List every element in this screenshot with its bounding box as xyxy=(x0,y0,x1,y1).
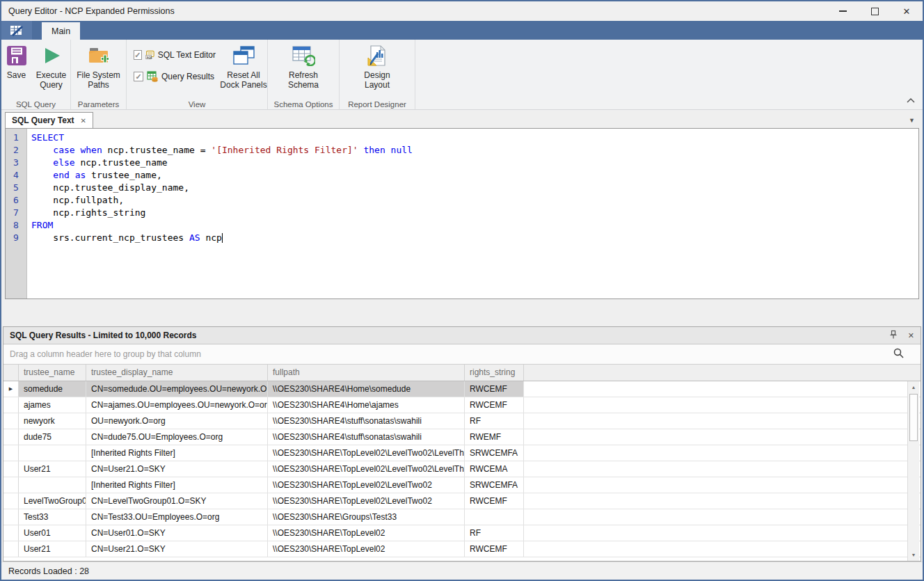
table-cell[interactable]: \\OES230\SHARE\TopLevel02\LevelTwo02\Lev… xyxy=(268,461,465,477)
table-cell[interactable]: [Inherited Rights Filter] xyxy=(86,445,268,461)
table-row[interactable]: ajamesCN=ajames.OU=employees.OU=newyork.… xyxy=(3,397,921,413)
table-cell[interactable]: RF xyxy=(465,525,524,541)
row-selector-cell[interactable] xyxy=(3,477,19,493)
table-row[interactable]: [Inherited Rights Filter]\\OES230\SHARE\… xyxy=(3,445,921,461)
table-row[interactable]: dude75CN=dude75.OU=Employees.O=org\\OES2… xyxy=(3,429,921,445)
row-selector-cell[interactable] xyxy=(3,413,19,429)
save-button[interactable]: Save xyxy=(2,43,31,97)
tab-main[interactable]: Main xyxy=(42,22,80,40)
execute-query-button[interactable]: Execute Query xyxy=(33,43,70,97)
table-cell[interactable]: \\OES230\SHARE\TopLevel02\LevelTwo02 xyxy=(268,477,465,493)
collapse-ribbon-button[interactable] xyxy=(906,96,916,106)
table-cell[interactable]: CN=User21.O=SKY xyxy=(86,541,268,557)
application-menu-button[interactable] xyxy=(1,21,32,40)
table-row[interactable]: newyorkOU=newyork.O=org\\OES230\SHARE4\s… xyxy=(3,413,921,429)
column-header-rights_string[interactable]: rights_string xyxy=(465,365,524,381)
table-cell[interactable]: newyork xyxy=(19,413,86,429)
table-cell[interactable] xyxy=(19,477,86,493)
auto-hide-pin-button[interactable] xyxy=(889,330,898,342)
table-cell[interactable]: LevelTwoGroup01 xyxy=(19,493,86,509)
vertical-scrollbar[interactable]: ▲ ▼ xyxy=(907,381,919,561)
table-row[interactable]: Test33CN=Test33.OU=Employees.O=org\\OES2… xyxy=(3,509,921,525)
refresh-schema-button[interactable]: Refresh Schema xyxy=(276,43,331,97)
table-cell[interactable]: RF xyxy=(465,413,524,429)
table-cell[interactable]: CN=LevelTwoGroup01.O=SKY xyxy=(86,493,268,509)
scrollbar-thumb[interactable] xyxy=(909,394,918,441)
table-cell[interactable]: CN=Test33.OU=Employees.O=org xyxy=(86,509,268,525)
scroll-down-icon[interactable]: ▼ xyxy=(908,549,919,561)
query-results-icon xyxy=(147,71,158,82)
table-cell[interactable]: dude75 xyxy=(19,429,86,445)
table-cell[interactable]: \\OES230\SHARE4\Home\ajames xyxy=(268,397,465,413)
table-cell[interactable]: CN=dude75.OU=Employees.O=org xyxy=(86,429,268,445)
table-cell[interactable]: \\OES230\SHARE\TopLevel02\LevelTwo02\Lev… xyxy=(268,445,465,461)
sql-text-editor-toggle[interactable]: ✓ SQL SQL Text Editor xyxy=(134,49,216,61)
table-cell[interactable]: [Inherited Rights Filter] xyxy=(86,477,268,493)
table-row[interactable]: User21CN=User21.O=SKY\\OES230\SHARE\TopL… xyxy=(3,541,921,557)
table-cell[interactable]: OU=newyork.O=org xyxy=(86,413,268,429)
panel-close-button[interactable]: ✕ xyxy=(908,331,914,340)
table-cell[interactable]: \\OES230\SHARE\TopLevel02\LevelTwo02 xyxy=(268,493,465,509)
row-selector-cell[interactable] xyxy=(3,541,19,557)
table-row[interactable]: LevelTwoGroup01CN=LevelTwoGroup01.O=SKY\… xyxy=(3,493,921,509)
table-cell[interactable]: \\OES230\SHARE\TopLevel02 xyxy=(268,541,465,557)
group-label-sql-query: SQL Query xyxy=(1,100,70,109)
scroll-up-icon[interactable]: ▲ xyxy=(908,381,919,393)
line-number: 4 xyxy=(6,169,26,182)
tab-list-dropdown-icon[interactable]: ▼ xyxy=(909,117,919,124)
grid-search-button[interactable] xyxy=(893,347,914,361)
table-cell[interactable]: SRWCEMFA xyxy=(465,477,524,493)
table-cell[interactable]: SRWCEMFA xyxy=(465,445,524,461)
reset-dock-panels-button[interactable]: Reset All Dock Panels xyxy=(220,43,267,97)
minimize-button[interactable] xyxy=(827,1,859,21)
table-row[interactable]: User21CN=User21.O=SKY\\OES230\SHARE\TopL… xyxy=(3,461,921,477)
row-selector-cell[interactable] xyxy=(3,429,19,445)
row-selector-cell[interactable] xyxy=(3,461,19,477)
table-cell[interactable]: Test33 xyxy=(19,509,86,525)
tab-sql-query-text[interactable]: SQL Query Text ✕ xyxy=(5,112,93,128)
table-cell[interactable]: RWCEMF xyxy=(465,397,524,413)
group-by-bar[interactable]: Drag a column header here to group by th… xyxy=(3,344,921,365)
table-cell[interactable]: CN=User21.O=SKY xyxy=(86,461,268,477)
table-cell[interactable]: RWCEMF xyxy=(465,541,524,557)
row-selector-cell[interactable] xyxy=(3,445,19,461)
table-row[interactable]: User01CN=User01.O=SKY\\OES230\SHARE\TopL… xyxy=(3,525,921,541)
table-cell[interactable]: User01 xyxy=(19,525,86,541)
tab-close-icon[interactable]: ✕ xyxy=(81,117,86,125)
table-cell[interactable]: somedude xyxy=(19,381,86,397)
view-toggles: ✓ SQL SQL Text Editor ✓ xyxy=(134,49,216,97)
table-row[interactable]: ▶somedudeCN=somedude.OU=employees.OU=new… xyxy=(3,381,921,397)
row-selector-cell[interactable]: ▶ xyxy=(3,381,19,397)
table-cell[interactable] xyxy=(19,445,86,461)
table-cell[interactable]: RWEMF xyxy=(465,429,524,445)
file-system-paths-button[interactable]: File System Paths xyxy=(73,43,125,97)
column-header-trustee_display_name[interactable]: trustee_display_name xyxy=(86,365,268,381)
close-button[interactable]: ✕ xyxy=(891,1,923,21)
column-header-fullpath[interactable]: fullpath xyxy=(268,365,465,381)
maximize-button[interactable] xyxy=(859,1,891,21)
table-cell[interactable]: User21 xyxy=(19,461,86,477)
table-cell[interactable]: \\OES230\SHARE4\stuff\sonatas\swahili xyxy=(268,413,465,429)
row-selector-cell[interactable] xyxy=(3,493,19,509)
table-cell[interactable]: ajames xyxy=(19,397,86,413)
table-row[interactable]: [Inherited Rights Filter]\\OES230\SHARE\… xyxy=(3,477,921,493)
row-selector-cell[interactable] xyxy=(3,397,19,413)
table-cell[interactable]: \\OES230\SHARE4\Home\somedude xyxy=(268,381,465,397)
table-cell[interactable]: CN=somedude.OU=employees.OU=newyork.O=or… xyxy=(86,381,268,397)
table-cell[interactable]: RWCEMF xyxy=(465,493,524,509)
table-cell[interactable]: RWCEMF xyxy=(465,381,524,397)
row-selector-cell[interactable] xyxy=(3,525,19,541)
table-cell[interactable]: CN=ajames.OU=employees.OU=newyork.O=org xyxy=(86,397,268,413)
column-header-trustee_name[interactable]: trustee_name xyxy=(19,365,86,381)
design-layout-button[interactable]: Design Layout xyxy=(353,43,401,97)
table-cell[interactable] xyxy=(465,509,524,525)
table-cell[interactable]: \\OES230\SHARE4\stuff\sonatas\swahili xyxy=(268,429,465,445)
table-cell[interactable]: \\OES230\SHARE\TopLevel02 xyxy=(268,525,465,541)
row-selector-cell[interactable] xyxy=(3,509,19,525)
sql-text-editor[interactable]: 1SELECT2 case when ncp.trustee_name = '[… xyxy=(5,128,919,299)
table-cell[interactable]: User21 xyxy=(19,541,86,557)
table-cell[interactable]: RWCEMA xyxy=(465,461,524,477)
table-cell[interactable]: \\OES230\SHARE\Groups\Test33 xyxy=(268,509,465,525)
query-results-toggle[interactable]: ✓ Query Results xyxy=(134,70,216,83)
table-cell[interactable]: CN=User01.O=SKY xyxy=(86,525,268,541)
